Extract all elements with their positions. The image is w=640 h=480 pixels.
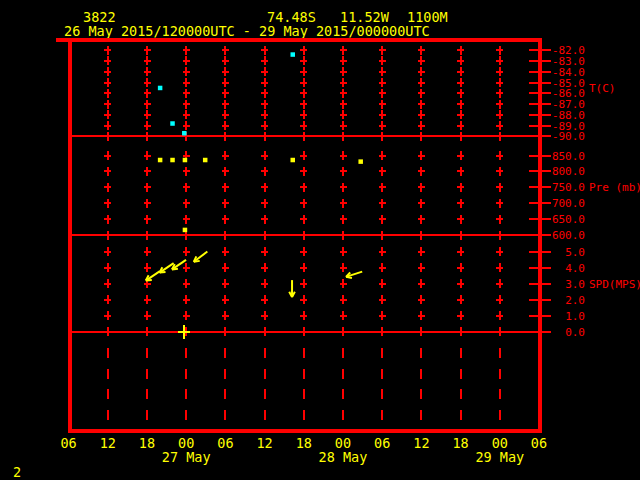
pressure-axis-label: 850.0: [552, 150, 585, 163]
wind-arrow: [146, 271, 160, 281]
time-series-plot: -82.0-83.0-84.0-85.0-86.0-87.0-88.0-89.0…: [0, 0, 640, 480]
speed-axis-label: 1.0: [565, 310, 585, 323]
temperature-point: [290, 52, 295, 57]
temperature-point: [158, 86, 163, 91]
meteogram-screen: 3822 74.48S 11.52W 1100M 26 May 2015/120…: [0, 0, 640, 480]
speed-axis-label: 4.0: [565, 262, 585, 275]
temperature-point: [182, 131, 187, 136]
hour-label: 12: [413, 435, 429, 451]
pressure-point: [183, 228, 188, 233]
pressure-point: [358, 159, 363, 164]
wind-arrow: [289, 280, 295, 297]
date-label: 29 May: [475, 449, 524, 465]
hour-label: 18: [452, 435, 468, 451]
hour-label: 06: [374, 435, 390, 451]
hour-label: 06: [60, 435, 76, 451]
pressure-point: [170, 158, 175, 163]
date-label: 27 May: [162, 449, 211, 465]
pressure-axis-label: 700.0: [552, 197, 585, 210]
pressure-axis-label: 800.0: [552, 165, 585, 178]
speed-axis-unit: SPD(MPS): [589, 278, 640, 291]
speed-axis-label: 3.0: [565, 278, 585, 291]
hour-label: 12: [256, 435, 272, 451]
wind-arrow: [194, 252, 208, 262]
temp-axis-unit: T(C): [589, 82, 616, 95]
pressure-axis-label: 750.0: [552, 181, 585, 194]
pressure-axis-label: 600.0: [552, 229, 585, 242]
pressure-axis-label: 650.0: [552, 213, 585, 226]
hour-label: 12: [100, 435, 116, 451]
pressure-axis-unit: Pre (mb): [589, 181, 640, 194]
speed-axis-label: 5.0: [565, 246, 585, 259]
wind-arrow: [346, 272, 362, 278]
hour-label: 18: [139, 435, 155, 451]
pressure-point: [183, 158, 188, 163]
speed-axis-label: 0.0: [565, 326, 585, 339]
hour-label: 18: [296, 435, 312, 451]
wind-arrow: [160, 263, 174, 273]
hour-label: 06: [531, 435, 547, 451]
page-number: 2: [13, 465, 21, 479]
speed-axis-label: 2.0: [565, 294, 585, 307]
pressure-point: [290, 158, 295, 163]
pressure-point: [158, 158, 163, 163]
hour-label: 06: [217, 435, 233, 451]
temp-axis-label: -90.0: [552, 130, 585, 143]
temperature-point: [170, 121, 175, 126]
date-label: 28 May: [319, 449, 368, 465]
pressure-point: [203, 158, 208, 163]
